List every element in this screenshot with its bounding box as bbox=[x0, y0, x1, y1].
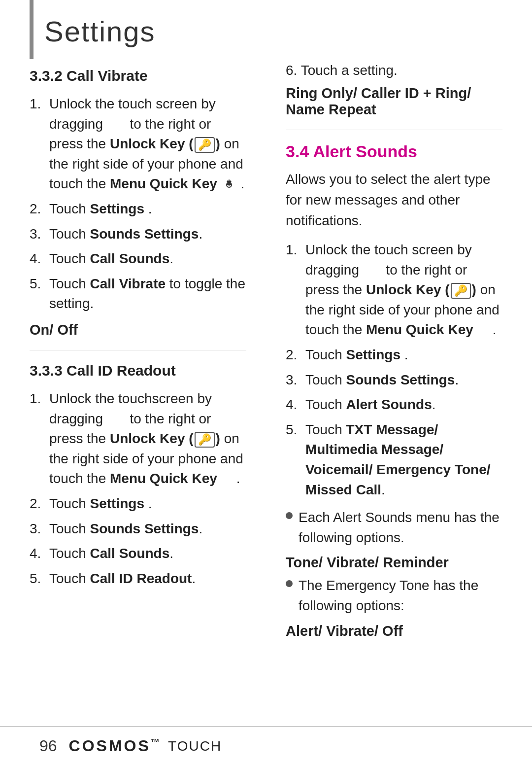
step-332-3: 3. Touch Sounds Settings. bbox=[30, 224, 246, 244]
section-34-description: Allows you to select the alert type for … bbox=[286, 169, 502, 231]
footer-brand-touch: TOUCH bbox=[164, 738, 222, 754]
accent-bar bbox=[30, 0, 33, 59]
step-333-3: 3. Touch Sounds Settings. bbox=[30, 519, 246, 539]
section-34-bullets-2: The Emergency Tone has the following opt… bbox=[286, 576, 502, 616]
step-34-2: 2. Touch Settings . bbox=[286, 345, 502, 365]
step-332-4: 4. Touch Call Sounds. bbox=[30, 249, 246, 269]
section-332-heading: 3.3.2 Call Vibrate bbox=[30, 68, 246, 84]
section-34-sub1: Tone/ Vibrate/ Reminder bbox=[286, 555, 502, 571]
bullet-dot-1 bbox=[286, 512, 293, 519]
section-34-sub2: Alert/ Vibrate/ Off bbox=[286, 623, 502, 639]
step-333-5: 5. Touch Call ID Readout. bbox=[30, 569, 246, 589]
section-34: 3.4 Alert Sounds Allows you to select th… bbox=[286, 142, 502, 639]
section-332-steps: 1. Unlock the touch screen by dragging t… bbox=[30, 94, 246, 314]
step-333-2: 2. Touch Settings . bbox=[30, 494, 246, 514]
section-333-heading: 3.3.3 Call ID Readout bbox=[30, 362, 246, 379]
bullet-34-2: The Emergency Tone has the following opt… bbox=[286, 576, 502, 616]
bullet-34-1: Each Alert Sounds menu has the following… bbox=[286, 508, 502, 548]
unlock-key-icon-2: 🔑 bbox=[195, 432, 215, 448]
step6-text: 6. Touch a setting. bbox=[286, 63, 502, 78]
step-332-2: 2. Touch Settings . bbox=[30, 199, 246, 219]
section-34-heading: 3.4 Alert Sounds bbox=[286, 142, 502, 161]
section-34-bullets: Each Alert Sounds menu has the following… bbox=[286, 508, 502, 548]
step-332-1: 1. Unlock the touch screen by dragging t… bbox=[30, 94, 246, 194]
step-34-4: 4. Touch Alert Sounds. bbox=[286, 395, 502, 415]
step6-sub-heading: Ring Only/ Caller ID + Ring/ Name Repeat bbox=[286, 85, 502, 118]
page-container: Settings 3.3.2 Call Vibrate 1. Unlock th… bbox=[0, 0, 532, 765]
footer-brand: COSMOS™ TOUCH bbox=[69, 737, 222, 755]
right-column: 6. Touch a setting. Ring Only/ Caller ID… bbox=[276, 63, 502, 726]
page-footer: 96 COSMOS™ TOUCH bbox=[0, 726, 532, 765]
divider-1 bbox=[30, 350, 246, 350]
unlock-key-icon: 🔑 bbox=[195, 137, 215, 153]
step-34-3: 3. Touch Sounds Settings. bbox=[286, 370, 502, 390]
page-title: Settings bbox=[0, 0, 532, 63]
section-333: 3.3.3 Call ID Readout 1. Unlock the touc… bbox=[30, 362, 246, 589]
section-332: 3.3.2 Call Vibrate 1. Unlock the touch s… bbox=[30, 68, 246, 338]
section-34-steps: 1. Unlock the touch screen by dragging t… bbox=[286, 240, 502, 500]
divider-2 bbox=[286, 130, 502, 130]
step6-area: 6. Touch a setting. Ring Only/ Caller ID… bbox=[286, 63, 502, 118]
step-333-4: 4. Touch Call Sounds. bbox=[30, 544, 246, 564]
content-area: 3.3.2 Call Vibrate 1. Unlock the touch s… bbox=[0, 63, 532, 726]
footer-brand-cosmos: COSMOS™ bbox=[69, 737, 162, 755]
step-34-1: 1. Unlock the touch screen by dragging t… bbox=[286, 240, 502, 340]
section-332-sub: On/ Off bbox=[30, 322, 246, 338]
bullet-text-1: Each Alert Sounds menu has the following… bbox=[299, 508, 502, 548]
bullet-text-2: The Emergency Tone has the following opt… bbox=[299, 576, 502, 616]
step-332-5: 5. Touch Call Vibrate to toggle the sett… bbox=[30, 274, 246, 314]
unlock-key-icon-3: 🔑 bbox=[451, 283, 471, 299]
step-333-1: 1. Unlock the touchscreen by dragging to… bbox=[30, 389, 246, 489]
gear-icon bbox=[222, 178, 236, 192]
left-column: 3.3.2 Call Vibrate 1. Unlock the touch s… bbox=[30, 63, 256, 726]
section-333-steps: 1. Unlock the touchscreen by dragging to… bbox=[30, 389, 246, 589]
bullet-dot-2 bbox=[286, 580, 293, 587]
step-34-5: 5. Touch TXT Message/ Multimedia Message… bbox=[286, 420, 502, 500]
footer-page-number: 96 bbox=[39, 737, 57, 755]
